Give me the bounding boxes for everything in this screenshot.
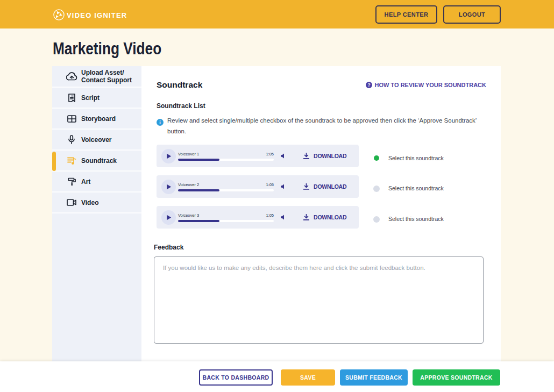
svg-text:i: i: [159, 120, 161, 125]
svg-text:?: ?: [367, 82, 371, 88]
